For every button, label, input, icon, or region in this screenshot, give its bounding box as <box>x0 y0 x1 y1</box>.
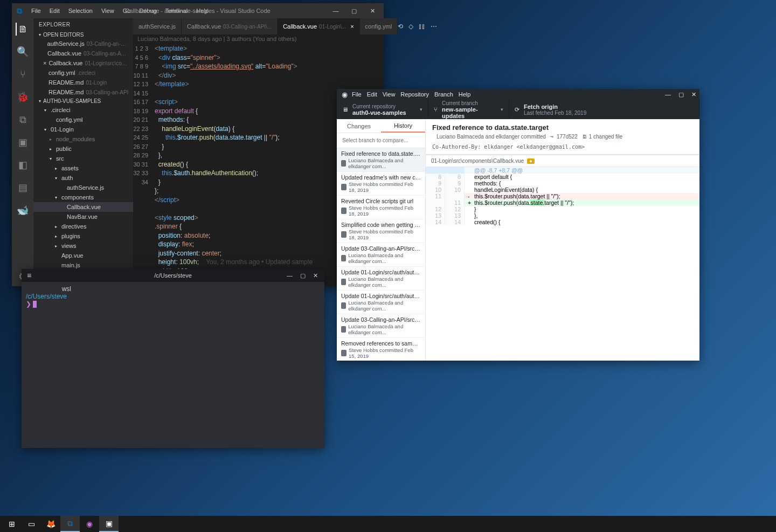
close-button[interactable]: ✕ <box>691 91 696 98</box>
sync-icon: ⟳ <box>515 106 519 113</box>
tree-folder[interactable]: ▸views <box>33 241 133 251</box>
tree-folder[interactable]: ▾src <box>33 154 133 163</box>
menu-branch[interactable]: Branch <box>434 91 453 98</box>
tab-action-icon[interactable]: ⫿⫿ <box>419 23 425 30</box>
menu-help[interactable]: Help <box>459 91 471 98</box>
explorer-icon[interactable]: 🗎 <box>16 23 29 36</box>
menu-file[interactable]: File <box>352 91 362 98</box>
branch-icon: ⑂ <box>434 106 438 113</box>
commit-sha[interactable]: ⊸ 177d522 <box>550 134 578 140</box>
open-editor-item[interactable]: README.md01-Login <box>33 78 133 87</box>
tree-folder[interactable]: ▾01-Login <box>33 125 133 134</box>
tree-folder[interactable]: ▾.circleci <box>33 105 133 115</box>
minimize-button[interactable]: — <box>287 272 293 279</box>
commit-item[interactable]: Update 01-Login/src/auth/authService.jsL… <box>337 291 425 314</box>
tab-action-icon[interactable]: ⟲ <box>398 23 403 30</box>
maximize-button[interactable]: ▢ <box>678 91 684 98</box>
debug-icon[interactable]: 🐞 <box>16 91 29 103</box>
tree-folder[interactable]: ▸public <box>33 144 133 154</box>
tab-action-icon[interactable]: ◇ <box>408 23 413 30</box>
commit-item[interactable]: Simplified code when getting callback t.… <box>337 219 425 243</box>
tree-folder[interactable]: ▸plugins <box>33 231 133 241</box>
changed-file[interactable]: 01-Login\src\components\Callback.vue ● <box>426 155 699 167</box>
current-branch-dropdown[interactable]: ⑂ Current branchnew-sample-updates ▾ <box>428 100 509 119</box>
tree-file[interactable]: NavBar.vue <box>33 212 133 222</box>
repo-label: Current repository <box>352 103 406 109</box>
open-editors-section[interactable]: OPEN EDITORS <box>33 31 133 39</box>
changed-files-count[interactable]: 🗎 1 changed file <box>582 134 622 140</box>
ghd-titlebar[interactable]: ◉ File Edit View Repository Branch Help … <box>337 89 699 100</box>
close-button[interactable]: ✕ <box>363 3 382 18</box>
terminal-title: /c/Users/steve <box>154 272 192 279</box>
tab-history[interactable]: History <box>381 119 425 133</box>
app-taskbar-icon[interactable]: ◉ <box>80 516 99 532</box>
extensions-icon[interactable]: ⧉ <box>16 113 29 126</box>
commit-item[interactable]: Removed references to sample 02 from ...… <box>337 338 425 361</box>
codelens[interactable]: Luciano Balmaceda, 8 days ago | 3 author… <box>133 34 384 43</box>
vscode-taskbar-icon[interactable]: ⧉ <box>60 516 80 532</box>
branch-label: Current branch <box>442 100 496 106</box>
menu-view[interactable]: View <box>97 8 119 14</box>
tab-changes[interactable]: Changes <box>337 119 381 133</box>
windows-taskbar: ⊞ ▭ 🦊 ⧉ ◉ ▣ <box>0 516 776 532</box>
fetch-origin-button[interactable]: ⟳ Fetch originLast fetched Feb 18, 2019 <box>509 100 699 119</box>
tree-file[interactable]: config.yml <box>33 115 133 125</box>
open-editor-item[interactable]: config.yml.circleci <box>33 68 133 78</box>
menu-edit[interactable]: Edit <box>45 8 64 14</box>
tree-folder[interactable]: ▾components <box>33 192 133 202</box>
minimize-button[interactable]: — <box>327 3 345 18</box>
commit-item[interactable]: Fixed reference to data.state.targetLuci… <box>337 148 425 172</box>
editor-tab[interactable]: authService.js <box>133 18 182 34</box>
ghd-toolbar: 🖥 Current repositoryauth0-vue-samples ▾ … <box>337 100 699 119</box>
commit-item[interactable]: Update 03-Calling-an-API/src/auth/aut...… <box>337 243 425 267</box>
editor-tab[interactable]: Callback.vue 01-Login\... × <box>278 18 359 34</box>
maximize-button[interactable]: ▢ <box>300 272 306 279</box>
hamburger-icon[interactable]: ≡ <box>22 271 37 280</box>
menu-edit[interactable]: Edit <box>367 91 377 98</box>
tab-action-icon[interactable]: ⋯ <box>431 23 437 30</box>
workspace-section[interactable]: AUTH0-VUE-SAMPLES <box>33 97 133 105</box>
task-view-button[interactable]: ▭ <box>22 516 41 532</box>
activity-icon-3[interactable]: ▤ <box>16 181 29 194</box>
firefox-icon[interactable]: 🦊 <box>41 516 60 532</box>
editor-tab[interactable]: Callback.vue 03-Calling-an-API\... <box>182 18 278 34</box>
menu-view[interactable]: View <box>383 91 396 98</box>
open-editor-item[interactable]: Callback.vue03-Calling-an-API\src... <box>33 49 133 58</box>
terminal-titlebar[interactable]: ≡ /c/Users/steve — ▢ ✕ <box>22 269 324 282</box>
commit-item[interactable]: Update 03-Calling-an-API/src/auth/aut...… <box>337 314 425 338</box>
terminal-body[interactable]: wsl /c/Users/steve ❯ <box>22 282 324 448</box>
vscode-titlebar[interactable]: ⧉ File Edit Selection View Go Debug Term… <box>12 3 384 18</box>
current-repo-dropdown[interactable]: 🖥 Current repositoryauth0-vue-samples ▾ <box>337 100 428 119</box>
diff-view[interactable]: @@ -8,7 +8,7 @@88export default {99 meth… <box>426 167 699 361</box>
tree-folder[interactable]: ▸directives <box>33 222 133 231</box>
docker-icon[interactable]: 🐋 <box>16 204 29 217</box>
commit-item[interactable]: Update 01-Login/src/auth/authService.jsL… <box>337 267 425 291</box>
search-icon[interactable]: 🔍 <box>16 45 29 58</box>
activity-icon[interactable]: ▣ <box>16 136 29 149</box>
maximize-button[interactable]: ▢ <box>345 3 363 18</box>
menu-selection[interactable]: Selection <box>64 8 97 14</box>
terminal-taskbar-icon[interactable]: ▣ <box>99 516 119 532</box>
tree-file[interactable]: App.vue <box>33 251 133 260</box>
compare-input[interactable] <box>340 135 422 146</box>
open-editor-item[interactable]: ×Callback.vue01-Login\src\compone... <box>33 58 133 68</box>
open-editor-item[interactable]: README.md03-Calling-an-API <box>33 87 133 97</box>
menu-file[interactable]: File <box>27 8 45 14</box>
source-control-icon[interactable]: ⑂ <box>16 68 29 81</box>
commit-item[interactable]: Updated readme's with new configurati...… <box>337 172 425 196</box>
editor-tab[interactable]: config.yml <box>360 18 398 34</box>
tree-folder[interactable]: ▸node_modules <box>33 134 133 144</box>
open-editor-item[interactable]: authService.js03-Calling-an-API\src... <box>33 39 133 49</box>
tree-folder[interactable]: ▸assets <box>33 163 133 173</box>
menu-repository[interactable]: Repository <box>400 91 429 98</box>
start-button[interactable]: ⊞ <box>2 516 22 532</box>
commit-item[interactable]: Reverted Circle scripts git urlSteve Hob… <box>337 196 425 219</box>
close-button[interactable]: ✕ <box>313 272 318 279</box>
activity-icon-2[interactable]: ◧ <box>16 158 29 171</box>
commits-list: Fixed reference to data.state.targetLuci… <box>337 148 425 361</box>
tree-file[interactable]: authService.js <box>33 183 133 192</box>
tree-folder[interactable]: ▾auth <box>33 173 133 183</box>
minimize-button[interactable]: — <box>665 91 671 98</box>
branch-compare-input[interactable] <box>337 133 425 148</box>
tree-file[interactable]: Callback.vue <box>33 202 133 212</box>
